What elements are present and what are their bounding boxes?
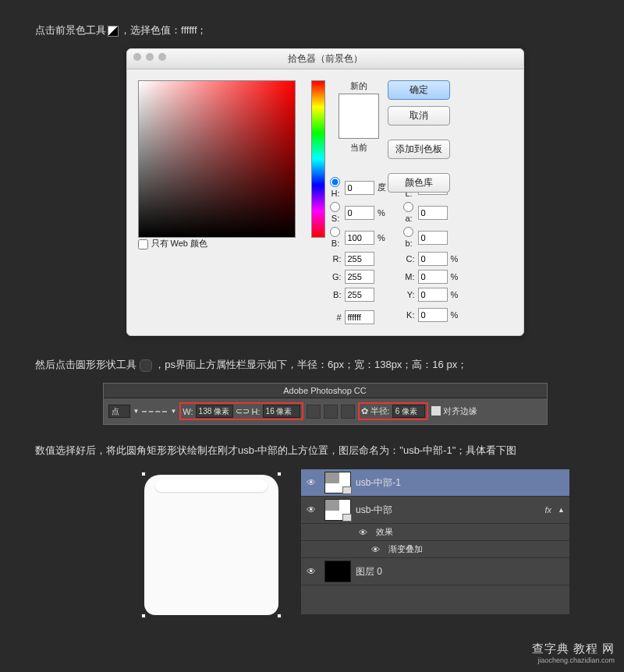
s-radio[interactable]: S:: [330, 202, 342, 223]
link-icon[interactable]: ⊂⊃: [236, 406, 250, 416]
hex-input[interactable]: [345, 310, 374, 324]
rounded-rect-tool-icon: [140, 359, 152, 372]
new-color-label: 新的: [330, 80, 388, 92]
canvas-shape-preview: [144, 475, 278, 615]
color-lib-button[interactable]: 颜色库: [388, 173, 450, 193]
add-swatch-button[interactable]: 添加到色板: [388, 140, 450, 159]
layer-name: 图层 0: [356, 565, 382, 578]
stroke-style[interactable]: [142, 411, 167, 412]
ok-button[interactable]: 确定: [388, 80, 450, 100]
gear-icon[interactable]: ✿: [361, 406, 368, 416]
g-input[interactable]: [345, 270, 374, 284]
dialog-titlebar: 拾色器（前景色）: [127, 49, 523, 69]
align-edges-checkbox[interactable]: ✓ 对齐边缘: [431, 405, 477, 417]
options-bar: Adobe Photoshop CC ▼ ▼ W: ⊂⊃ H: ✿ 半径: ✓ …: [103, 383, 548, 425]
hue-slider[interactable]: [311, 80, 325, 238]
visibility-icon[interactable]: 👁: [306, 566, 317, 577]
layers-panel: 👁 usb-中部-1 👁 usb-中部 fx▲ 👁 效果 👁 渐变叠加 👁: [300, 469, 570, 615]
b-input[interactable]: [345, 288, 374, 302]
r-input[interactable]: [345, 252, 374, 266]
visibility-icon[interactable]: 👁: [370, 545, 381, 554]
layer-row-selected[interactable]: 👁 usb-中部-1: [301, 469, 569, 497]
fx-badge[interactable]: fx: [545, 505, 555, 515]
layer-thumb: [324, 499, 351, 521]
instruction-2: 然后点击圆形形状工具 ，ps界面上方属性栏显示如下，半径：6px；宽：138px…: [35, 358, 615, 372]
align-icon[interactable]: [324, 405, 338, 419]
visibility-icon[interactable]: 👁: [357, 528, 368, 537]
app-title: Adobe Photoshop CC: [104, 384, 547, 398]
height-input[interactable]: [263, 405, 300, 418]
instruction-3: 数值选择好后，将此圆角矩形形状绘制在刚才usb-中部的上方位置，图层命名为："u…: [35, 444, 615, 458]
layer-name: usb-中部-1: [356, 476, 401, 490]
visibility-icon[interactable]: 👁: [306, 504, 317, 515]
unit-select[interactable]: [108, 405, 130, 418]
layer-row[interactable]: 👁 usb-中部 fx▲: [301, 497, 569, 524]
layer-effect-item[interactable]: 👁 渐变叠加: [301, 541, 569, 558]
layer-thumb: [324, 561, 351, 582]
color-preview: [339, 94, 379, 139]
h-input[interactable]: [345, 181, 374, 195]
layer-name: usb-中部: [356, 504, 392, 517]
h-radio[interactable]: H:: [330, 177, 342, 198]
arrange-icon[interactable]: [341, 405, 355, 419]
layer-row[interactable]: 👁 图层 0: [301, 558, 569, 585]
visibility-icon[interactable]: 👁: [306, 477, 317, 488]
b-radio[interactable]: B:: [330, 227, 342, 248]
window-controls[interactable]: [133, 53, 166, 61]
current-color-label: 当前: [330, 142, 388, 154]
instruction-1: 点击前景色工具，选择色值：ffffff；: [35, 23, 615, 37]
color-field[interactable]: [138, 80, 296, 238]
s-input[interactable]: [345, 206, 374, 220]
web-only-checkbox[interactable]: 只有 Web 颜色: [138, 239, 208, 248]
effect-name: 渐变叠加: [388, 543, 423, 555]
cancel-button[interactable]: 取消: [388, 106, 450, 126]
width-input[interactable]: [196, 405, 233, 418]
radius-input[interactable]: [392, 405, 425, 418]
watermark: 查字典 教程 网 jiaocheng.chazidian.com: [532, 642, 615, 664]
bv-input[interactable]: [345, 231, 374, 245]
path-ops-icon[interactable]: [307, 405, 321, 419]
color-picker-dialog: 拾色器（前景色） 只有 Web 颜色 新的 当前 H: 度 L:: [126, 48, 524, 336]
fg-color-swatch: [108, 26, 119, 37]
layer-thumb: [324, 472, 351, 493]
layer-effects-row[interactable]: 👁 效果: [301, 524, 569, 541]
effects-label: 效果: [376, 526, 393, 538]
